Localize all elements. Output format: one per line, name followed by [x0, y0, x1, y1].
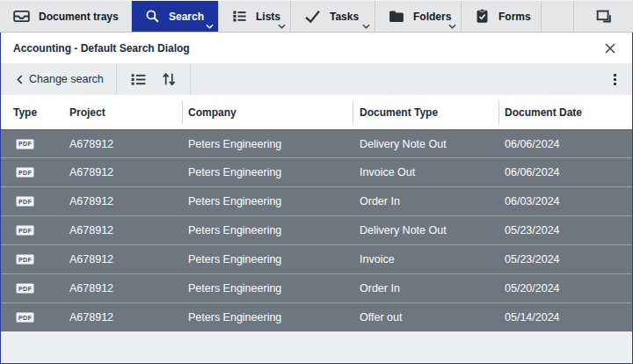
- project-cell: A678912: [57, 274, 182, 302]
- doc-type-cell: Invoice: [353, 245, 498, 273]
- project-cell: A678912: [57, 130, 182, 157]
- chevron-down-icon: [448, 24, 456, 29]
- restore-window-button[interactable]: [573, 1, 633, 32]
- more-options-button[interactable]: [605, 69, 625, 91]
- nav-tab-label: Forms: [498, 11, 531, 23]
- folder-icon: [388, 8, 405, 25]
- pdf-file-icon: PDF: [16, 225, 34, 236]
- doc-date-cell: 05/14/2024: [498, 303, 632, 331]
- company-cell: Peters Engineering: [182, 158, 353, 186]
- document-type-cell: PDF: [1, 274, 57, 302]
- pdf-file-icon: PDF: [16, 283, 34, 294]
- document-type-cell: PDF: [1, 303, 57, 331]
- doc-type-cell: Order In: [353, 187, 498, 215]
- change-search-button[interactable]: Change search: [1, 63, 116, 95]
- nav-tab-folders[interactable]: Folders: [375, 1, 462, 32]
- doc-date-cell: 05/20/2024: [498, 274, 632, 302]
- pdf-file-icon: PDF: [16, 167, 34, 178]
- doc-type-cell: Invoice Out: [353, 158, 498, 186]
- app-window: Document trays Search Li: [0, 0, 633, 364]
- toolbar-separator: [190, 63, 191, 95]
- result-list: PDF A678912 Peters Engineering Delivery …: [1, 129, 632, 331]
- column-header-document-type[interactable]: Document Type: [353, 95, 498, 129]
- doc-date-cell: 06/06/2024: [498, 130, 632, 157]
- view-tools-group: [117, 63, 190, 95]
- kebab-dot: [614, 83, 616, 85]
- project-cell: A678912: [57, 303, 182, 331]
- project-cell: A678912: [57, 158, 182, 186]
- clipboard-check-icon: [474, 8, 491, 25]
- doc-type-cell: Delivery Note Out: [353, 130, 498, 157]
- document-type-cell: PDF: [1, 158, 57, 186]
- navbar-spacer: [542, 1, 573, 32]
- company-cell: Peters Engineering: [182, 245, 353, 273]
- column-header-company[interactable]: Company: [182, 95, 353, 129]
- nav-tab-label: Search: [169, 11, 204, 23]
- column-header-type[interactable]: Type: [1, 95, 57, 129]
- company-cell: Peters Engineering: [182, 187, 353, 215]
- table-row[interactable]: PDF A678912 Peters Engineering Order In …: [1, 274, 632, 303]
- pdf-file-icon: PDF: [16, 312, 34, 323]
- company-cell: Peters Engineering: [182, 274, 353, 302]
- kebab-dot: [614, 74, 616, 76]
- nav-tab-label: Lists: [256, 11, 280, 23]
- doc-date-cell: 05/23/2024: [498, 216, 632, 244]
- search-icon: [144, 8, 161, 25]
- nav-tab-search[interactable]: Search: [132, 1, 219, 32]
- doc-type-cell: Delivery Note Out: [353, 216, 498, 244]
- nav-tab-label: Document trays: [39, 11, 119, 23]
- close-button[interactable]: [602, 40, 618, 56]
- dialog-footer: [1, 331, 632, 363]
- project-cell: A678912: [57, 187, 182, 215]
- table-row[interactable]: PDF A678912 Peters Engineering Delivery …: [1, 129, 632, 158]
- table-row[interactable]: PDF A678912 Peters Engineering Order In …: [1, 187, 632, 216]
- nav-tab-document-trays[interactable]: Document trays: [0, 1, 132, 32]
- column-header-project[interactable]: Project: [57, 95, 182, 129]
- table-row[interactable]: PDF A678912 Peters Engineering Invoice 0…: [1, 245, 632, 274]
- table-row[interactable]: PDF A678912 Peters Engineering Offer out…: [1, 303, 632, 331]
- nav-tab-label: Tasks: [330, 11, 359, 23]
- restore-window-icon: [594, 7, 614, 26]
- doc-type-cell: Offer out: [353, 303, 498, 331]
- sort-button[interactable]: [160, 70, 178, 88]
- top-navbar: Document trays Search Li: [0, 0, 633, 33]
- company-cell: Peters Engineering: [182, 130, 353, 157]
- company-cell: Peters Engineering: [182, 303, 353, 331]
- table-row[interactable]: PDF A678912 Peters Engineering Delivery …: [1, 216, 632, 245]
- nav-tab-label: Folders: [413, 11, 451, 23]
- close-icon: [605, 43, 615, 54]
- inbox-tray-icon: [12, 7, 31, 25]
- dialog-title: Accounting - Default Search Dialog: [13, 42, 602, 55]
- chevron-down-icon: [278, 24, 286, 29]
- dialog-header: Accounting - Default Search Dialog: [1, 33, 632, 63]
- document-type-cell: PDF: [1, 216, 57, 244]
- nav-tab-lists[interactable]: Lists: [219, 1, 291, 32]
- pdf-file-icon: PDF: [16, 196, 34, 207]
- chevron-left-icon: [17, 75, 23, 84]
- list-icon: [231, 8, 248, 25]
- column-header-document-date[interactable]: Document Date: [498, 95, 632, 129]
- doc-type-cell: Order In: [353, 274, 498, 302]
- list-view-icon: [129, 70, 148, 89]
- kebab-dot: [614, 78, 616, 81]
- sort-icon: [160, 70, 178, 88]
- nav-tab-tasks[interactable]: Tasks: [291, 1, 375, 32]
- checkmark-icon: [303, 7, 322, 25]
- search-dialog: Accounting - Default Search Dialog Chang…: [0, 33, 633, 364]
- pdf-file-icon: PDF: [16, 139, 34, 149]
- change-search-label: Change search: [29, 73, 104, 85]
- project-cell: A678912: [57, 216, 182, 244]
- doc-date-cell: 06/06/2024: [498, 158, 632, 186]
- doc-date-cell: 05/23/2024: [498, 245, 632, 273]
- doc-date-cell: 06/03/2024: [498, 187, 632, 215]
- table-row[interactable]: PDF A678912 Peters Engineering Invoice O…: [1, 158, 632, 187]
- document-type-cell: PDF: [1, 187, 57, 215]
- company-cell: Peters Engineering: [182, 216, 353, 244]
- document-type-cell: PDF: [1, 245, 57, 273]
- project-cell: A678912: [57, 245, 182, 273]
- document-type-cell: PDF: [1, 130, 57, 157]
- chevron-down-icon: [362, 24, 370, 29]
- result-toolbar: Change search: [1, 63, 632, 95]
- nav-tab-forms[interactable]: Forms: [462, 1, 542, 32]
- list-view-button[interactable]: [129, 70, 148, 89]
